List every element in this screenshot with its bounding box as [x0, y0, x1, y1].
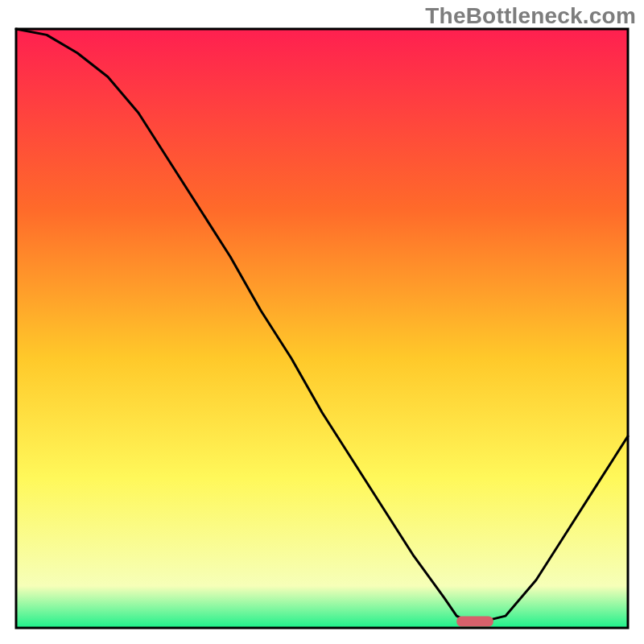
- optimal-marker: [456, 617, 493, 627]
- plot-background: [16, 29, 628, 628]
- chart-stage: TheBottleneck.com: [0, 0, 644, 644]
- bottleneck-plot: [0, 0, 644, 644]
- watermark-text: TheBottleneck.com: [425, 3, 636, 29]
